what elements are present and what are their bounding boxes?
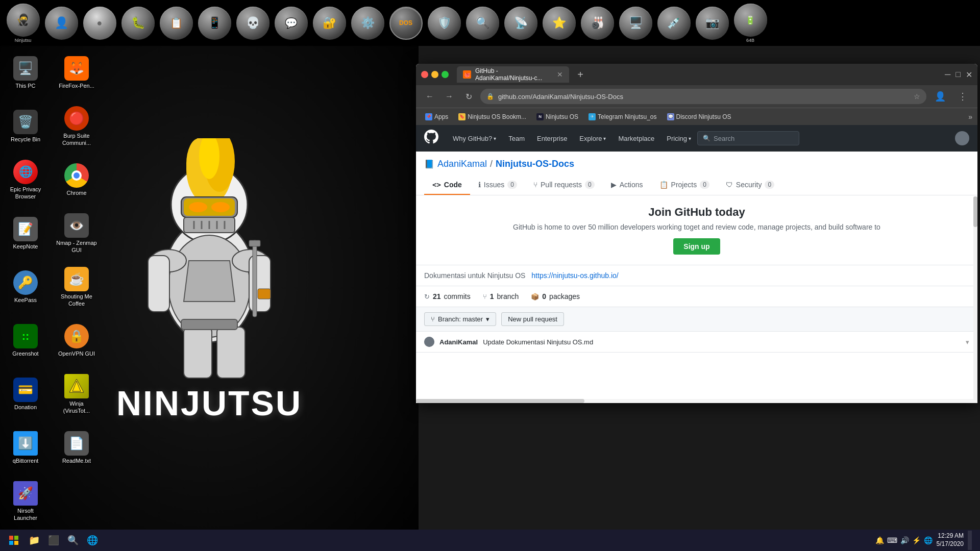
bookmark-ninjutsu-os[interactable]: N Ninjutsu OS: [532, 112, 582, 122]
repo-tab-security[interactable]: 🛡 Security 0: [718, 176, 782, 195]
desktop-icon-firefox[interactable]: 🦊 FireFox-Pen...: [54, 48, 100, 97]
desktop-icon-epic-browser[interactable]: 🌐 Epic Privacy Browser: [3, 156, 48, 204]
github-logo[interactable]: [424, 130, 438, 147]
desktop-icon-winja[interactable]: Winja (VirusTot...: [54, 370, 100, 418]
github-search-box[interactable]: 🔍 Search: [697, 131, 799, 145]
tray-volume-icon[interactable]: 🔊: [900, 536, 909, 544]
tray-battery-icon[interactable]: ⚡: [912, 536, 921, 544]
desktop-icon-this-pc[interactable]: 🖥️ This PC: [3, 48, 48, 97]
vertical-scrollbar[interactable]: [973, 196, 977, 400]
taskbar-chrome[interactable]: 🌐: [84, 532, 101, 549]
github-nav-team[interactable]: Team: [502, 131, 531, 146]
commits-stat[interactable]: ↻ 21 commits: [424, 292, 471, 300]
repo-name-link[interactable]: Ninjutsu-OS-Docs: [496, 159, 574, 169]
taskbar-file-explorer[interactable]: 📁: [26, 532, 43, 549]
taskbar-top-icon-tasks[interactable]: 📋: [158, 3, 194, 43]
window-minimize-icon[interactable]: ─: [945, 70, 950, 79]
github-avatar[interactable]: [955, 131, 969, 145]
github-nav-explore[interactable]: Explore ▾: [573, 131, 612, 146]
bookmarks-more-btn[interactable]: »: [968, 113, 972, 121]
github-nav-why[interactable]: Why GitHub? ▾: [447, 131, 502, 146]
repo-website-link[interactable]: https://ninjutsu-os.github.io/: [531, 271, 618, 280]
repo-tab-issues[interactable]: ℹ Issues 0: [470, 176, 525, 195]
bookmark-star-icon[interactable]: ☆: [914, 92, 920, 101]
window-restore-icon[interactable]: □: [955, 70, 961, 79]
desktop-icon-readme[interactable]: 📄 ReadMe.txt: [54, 423, 100, 472]
taskbar-top-icon-bowling[interactable]: 🎳: [579, 3, 615, 43]
forward-button[interactable]: →: [442, 89, 457, 104]
start-button[interactable]: [4, 531, 23, 550]
bookmark-apps[interactable]: 📌 Apps: [421, 112, 452, 122]
taskbar-top-icon-scan[interactable]: 🔍: [464, 3, 500, 43]
taskbar-top-icon-shield[interactable]: 🛡️: [426, 3, 462, 43]
desktop-icon-openvpn[interactable]: 🔒 OpenVPN GUI: [54, 316, 100, 365]
profile-icon[interactable]: 👤: [930, 89, 950, 104]
repo-tab-projects[interactable]: 📋 Projects 0: [651, 176, 718, 195]
taskbar-top-icon-skull[interactable]: 💀: [235, 3, 271, 43]
bookmark-telegram[interactable]: ✈ Telegram Ninjutsu_os: [584, 112, 660, 122]
commit-author-name[interactable]: AdaniKamal: [439, 338, 478, 346]
taskbar-top-icon-ninjutsu[interactable]: 🥷 Ninjutsu: [5, 3, 41, 43]
bookmark-discord[interactable]: 💬 Discord Ninjutsu OS: [663, 112, 736, 122]
commit-expand-icon[interactable]: ▾: [966, 338, 969, 346]
show-desktop-button[interactable]: [968, 531, 972, 550]
desktop-icon-nirsoft[interactable]: 🚀 Nirsoft Launcher: [3, 477, 48, 525]
window-close-btn[interactable]: [421, 71, 428, 78]
window-close-icon[interactable]: ✕: [966, 70, 972, 80]
tray-notification-icon[interactable]: 🔔: [875, 536, 884, 544]
taskbar-top-icon-camera[interactable]: 📷: [694, 3, 730, 43]
taskbar-top-icon-gear[interactable]: ⚙️: [350, 3, 385, 43]
packages-stat[interactable]: 📦 0 packages: [531, 292, 580, 300]
github-nav-pricing[interactable]: Pricing ▾: [660, 131, 697, 146]
tray-network-icon[interactable]: 🌐: [924, 536, 933, 544]
taskbar-search[interactable]: 🔍: [64, 532, 82, 549]
tab-close-btn[interactable]: ✕: [557, 70, 563, 79]
desktop-icon-shouting-coffee[interactable]: ☕ Shouting Me Coffee: [54, 263, 100, 311]
vertical-scrollbar-thumb[interactable]: [973, 196, 977, 227]
taskbar-top-icon-battery[interactable]: 🔋 64B: [732, 3, 768, 43]
scrollbar-thumb[interactable]: [416, 399, 584, 403]
browser-tab-active[interactable]: 🐙 GitHub - AdaniKamal/Ninjutsu-c... ✕: [457, 66, 569, 83]
browser-menu-icon[interactable]: ⋮: [954, 89, 971, 104]
taskbar-top-icon-monitor[interactable]: 🖥️: [618, 3, 653, 43]
repo-owner-link[interactable]: AdaniKamal: [437, 159, 487, 169]
window-maximize-btn[interactable]: [442, 71, 449, 78]
taskbar-top-icon-star[interactable]: ⭐: [541, 3, 577, 43]
signup-button[interactable]: Sign up: [673, 238, 720, 255]
desktop-icon-keepass[interactable]: 🔑 KeePass: [3, 263, 48, 311]
taskbar-top-icon-msg[interactable]: 💬: [273, 3, 309, 43]
address-bar[interactable]: 🔒 github.com/AdaniKamal/Ninjutsu-OS-Docs…: [480, 89, 926, 104]
desktop-icon-qbittorrent[interactable]: ⬇️ qBittorrent: [3, 423, 48, 472]
bookmark-ninjutsu-os-bookm[interactable]: 🔖 Ninjutsu OS Bookm...: [454, 112, 530, 122]
new-tab-button[interactable]: +: [573, 67, 587, 82]
back-button[interactable]: ←: [422, 89, 437, 104]
desktop-icon-greenshot[interactable]: :: Greenshot: [3, 316, 48, 365]
repo-tab-actions[interactable]: ▶ Actions: [603, 176, 651, 195]
taskbar-top-icon-user[interactable]: 👤: [43, 3, 79, 43]
desktop-icon-burp-suite[interactable]: 🔴 Burp Suite Communi...: [54, 102, 100, 151]
github-nav-marketplace[interactable]: Marketplace: [612, 131, 660, 146]
branch-selector[interactable]: ⑂ Branch: master ▾: [424, 312, 496, 326]
taskbar-top-icon-sphere[interactable]: ●: [82, 3, 117, 43]
desktop-icon-donation[interactable]: 💳 Donation: [3, 370, 48, 418]
taskbar-top-icon-inject[interactable]: 💉: [656, 3, 692, 43]
taskbar-top-icon-wifi[interactable]: 📡: [503, 3, 538, 43]
window-minimize-btn[interactable]: [431, 71, 438, 78]
repo-tab-code[interactable]: <> Code: [424, 176, 470, 195]
desktop-icon-nmap[interactable]: 👁️ Nmap - Zenmap GUI: [54, 209, 100, 258]
taskbar-top-icon-mobile[interactable]: 📱: [197, 3, 232, 43]
desktop-icon-chrome[interactable]: Chrome: [54, 156, 100, 204]
github-nav-enterprise[interactable]: Enterprise: [531, 131, 573, 146]
new-pull-request-button[interactable]: New pull request: [501, 312, 564, 326]
horizontal-scrollbar[interactable]: [416, 399, 977, 403]
taskbar-top-icon-dos[interactable]: DOS: [388, 3, 424, 43]
reload-button[interactable]: ↻: [461, 89, 476, 104]
desktop-icon-keepnote[interactable]: 📝 KeepNote: [3, 209, 48, 258]
desktop-icon-recycle-bin[interactable]: 🗑️ Recycle Bin: [3, 102, 48, 151]
tray-keyboard-icon[interactable]: ⌨: [887, 536, 897, 544]
branches-stat[interactable]: ⑂ 1 branch: [483, 292, 519, 300]
taskbar-top-icon-bug[interactable]: 🐛: [120, 3, 156, 43]
taskbar-top-icon-lock[interactable]: 🔐: [311, 3, 347, 43]
taskbar-terminal[interactable]: ⬛: [45, 532, 62, 549]
repo-tab-pull-requests[interactable]: ⑂ Pull requests 0: [525, 176, 603, 195]
